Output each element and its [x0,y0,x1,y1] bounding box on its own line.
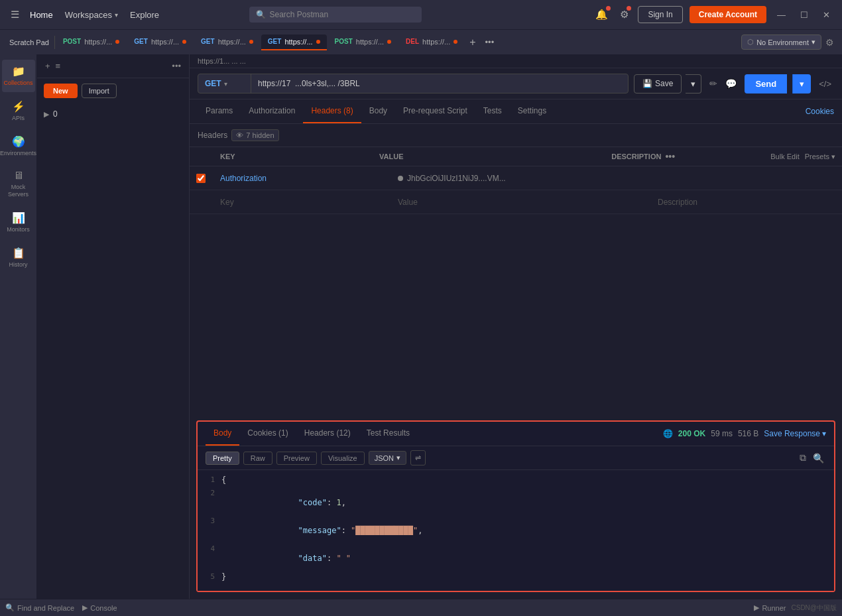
request-icons: ✏ 💬 [707,76,739,92]
resp-tab-cookies[interactable]: Cookies (1) [239,422,296,446]
save-dropdown-button[interactable]: ▾ [686,74,701,93]
tab-method-3: GET [268,38,282,45]
format-raw-button[interactable]: Raw [243,452,272,465]
presets-button[interactable]: Presets ▾ [805,153,835,161]
notification-bell-button[interactable]: 🔔 [593,6,611,23]
sidebar-item-history[interactable]: 📋 History [2,241,35,274]
env-settings-button[interactable]: ⚙ [823,34,837,50]
empty-value[interactable]: Value [391,198,651,207]
list-item-icon: ▶ [44,110,49,119]
minimize-button[interactable]: — [773,7,790,23]
import-button[interactable]: Import [82,84,117,98]
nav-workspaces[interactable]: Workspaces ▾ [65,10,118,20]
save-response-button[interactable]: Save Response ▾ [764,429,826,438]
new-button[interactable]: New [44,84,78,98]
tab-dot-3 [316,40,320,44]
format-visualize-button[interactable]: Visualize [321,452,365,465]
edit-icon-button[interactable]: ✏ [707,76,720,92]
request-tab-1[interactable]: GET https://... [127,34,193,50]
console-item[interactable]: ▶ Console [82,603,117,612]
sidebar-item-environments[interactable]: 🌍 Environments [2,130,35,162]
sidebar-item-mock-servers[interactable]: 🖥 Mock Servers [2,164,35,204]
tabs-more-button[interactable]: ••• [481,36,499,48]
tabs-bar: Scratch Pad POST https://... GET https:/… [0,29,842,54]
search-response-button[interactable]: 🔍 [811,450,826,465]
send-dropdown-button[interactable]: ▾ [792,74,811,93]
empty-key-placeholder: Key [220,198,234,207]
wrap-button[interactable]: ⇌ [410,450,426,465]
tab-dot-1 [182,40,186,44]
save-label: Save [655,79,673,88]
environment-selector[interactable]: ⬡ No Environment ▾ [741,34,821,50]
runner-item[interactable]: ▶ Runner [754,603,786,612]
close-button[interactable]: ✕ [819,7,834,23]
copy-response-button[interactable]: ⧉ [798,450,808,465]
presets-label: Presets [805,153,829,160]
resp-tab-test-results[interactable]: Test Results [359,422,418,446]
sidebar-item-apis[interactable]: ⚡ APIs [2,95,35,127]
method-selector[interactable]: GET ▾ [198,74,251,93]
globe-icon: 🌐 [663,429,673,438]
nav-home[interactable]: Home [30,10,53,20]
cookies-link[interactable]: Cookies [806,107,834,116]
tab-settings[interactable]: Settings [510,99,554,123]
sidebar-item-monitors[interactable]: 📊 Monitors [2,206,35,239]
resp-tab-body[interactable]: Body [206,422,239,446]
save-button[interactable]: 💾 Save [634,74,682,93]
sidebar-history-label: History [9,261,27,269]
row-checkbox-0[interactable] [196,174,206,183]
search-box[interactable]: 🔍 Search Postman [249,7,422,23]
nav-explore[interactable]: Explore [130,10,159,20]
list-item[interactable]: ▶ 0 [37,106,189,122]
request-tab-5[interactable]: DEL https://... [399,34,464,50]
format-preview-button[interactable]: Preview [276,452,317,465]
request-tab-3[interactable]: GET https://... [261,34,327,50]
td-value-0[interactable]: JhbGciOiJIUzI1NiJ9....VM... [391,174,651,183]
hidden-badge[interactable]: 👁 7 hidden [231,129,278,141]
menu-icon[interactable]: ☰ [8,6,22,23]
add-tab-button[interactable]: + [465,35,479,50]
line-content-2: "code": 1, [221,489,834,517]
code-icon-button[interactable]: </> [816,76,834,92]
url-input[interactable] [251,74,628,93]
environments-icon: 🌍 [12,135,25,148]
td-key-0[interactable]: Authorization [213,174,391,183]
th-key: KEY [213,153,373,160]
settings-button[interactable]: ⚙ [617,6,631,23]
empty-key[interactable]: Key [213,198,391,207]
tab-params[interactable]: Params [198,99,241,123]
tab-pre-request-script[interactable]: Pre-request Script [395,99,475,123]
tab-headers[interactable]: Headers (8) [303,99,361,123]
request-tab-4[interactable]: POST https://... [328,34,398,50]
sidebar-item-collections[interactable]: 📁 Collections [2,60,35,92]
console-label: Console [90,604,117,612]
send-button[interactable]: Send [745,74,787,93]
tab-authorization[interactable]: Authorization [241,99,303,123]
tab-url-5: https://... [422,38,450,46]
comment-icon-button[interactable]: 💬 [723,76,739,92]
new-import-row: New Import [37,78,189,103]
request-tab-2[interactable]: GET https://... [194,34,260,50]
signin-button[interactable]: Sign In [638,6,682,23]
bulk-edit-button[interactable]: Bulk Edit [770,153,799,160]
maximize-button[interactable]: ☐ [796,7,812,23]
panel-add-button[interactable]: + [44,60,52,72]
tab-tests[interactable]: Tests [475,99,510,123]
format-pretty-button[interactable]: Pretty [206,452,239,465]
find-replace-item[interactable]: 🔍 Find and Replace [5,603,74,612]
request-tab-0[interactable]: POST https://... [56,34,126,50]
resp-tab-headers[interactable]: Headers (12) [296,422,359,446]
tab-url-2: https://... [218,38,246,46]
line-num-1: 1 [198,475,221,484]
panel-more-button[interactable]: ••• [170,60,182,72]
create-account-button[interactable]: Create Account [690,6,766,23]
panel-sort-button[interactable]: ≡ [54,60,62,72]
tab-body[interactable]: Body [361,99,395,123]
empty-desc[interactable]: Description [651,198,829,207]
method-text: GET [205,79,221,88]
watermark-text: CSDN@中国版 [792,603,837,613]
request-area: https://1... ... ... GET ▾ 💾 Save ▾ ✏ [190,54,842,599]
format-dropdown[interactable]: JSON ▾ [369,451,406,465]
response-section: Body Cookies (1) Headers (12) Test Resul… [196,420,835,592]
th-more-icon[interactable]: ••• [665,151,675,162]
